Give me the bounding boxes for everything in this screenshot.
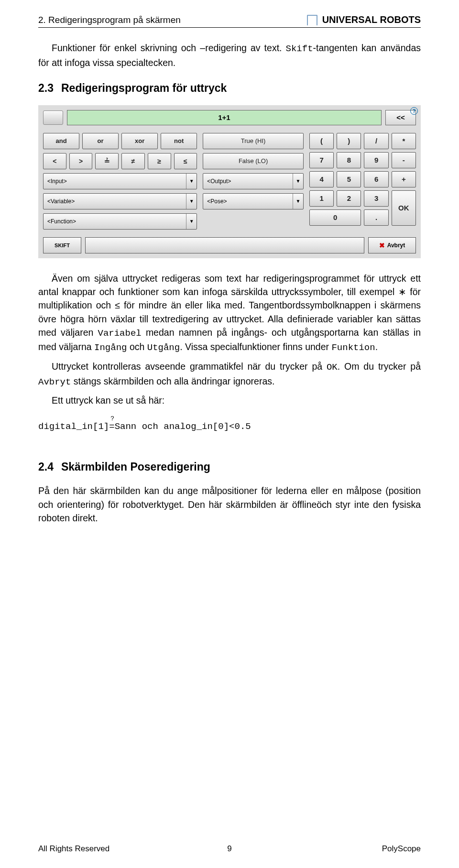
close-icon: ✖	[379, 242, 385, 249]
lte-button[interactable]: ≤	[174, 153, 197, 169]
lt-button[interactable]: <	[43, 153, 66, 169]
function-selector-label: <Function>	[44, 218, 186, 225]
eight-button[interactable]: 8	[337, 152, 361, 168]
shift-button[interactable]: SKIFT	[43, 237, 81, 253]
chevron-down-icon: ▼	[186, 214, 197, 229]
false-button[interactable]: False (LO)	[203, 153, 304, 169]
divide-button[interactable]: /	[364, 133, 388, 149]
kw-avbryt: Avbryt	[38, 377, 71, 387]
nine-button[interactable]: 9	[364, 152, 388, 168]
zero-button[interactable]: 0	[309, 209, 361, 226]
running-title: 2. Redigeringsprogram på skärmen	[38, 15, 181, 25]
t3: och	[127, 341, 147, 352]
seven-button[interactable]: 7	[309, 152, 334, 168]
kw-ok: OK	[327, 362, 338, 373]
six-button[interactable]: 6	[364, 171, 388, 187]
five-button[interactable]: 5	[337, 171, 361, 187]
or-button[interactable]: or	[82, 133, 119, 149]
output-selector-label: <Output>	[203, 178, 293, 185]
ur-logo-icon	[307, 15, 317, 25]
four-button[interactable]: 4	[309, 171, 334, 187]
section-2-4-heading: 2.4Skärmbilden Poseredigering	[38, 461, 421, 473]
multiply-button[interactable]: *	[392, 133, 416, 149]
footer-page-number: 9	[38, 844, 421, 854]
section-num: 2.3	[38, 82, 54, 94]
section-num-24: 2.4	[38, 461, 54, 473]
help-icon[interactable]: ?	[410, 107, 418, 115]
section-2-3-heading: 2.3Redigeringsprogram för uttryck	[38, 82, 421, 95]
expr-a: digital_in[1]	[38, 421, 109, 432]
ok-button[interactable]: OK	[392, 190, 416, 226]
variable-selector[interactable]: <Variable> ▼	[43, 193, 197, 209]
pose-selector-label: <Pose>	[203, 198, 293, 205]
skift-keyword: Skift	[286, 44, 313, 54]
kw-ingang: Ingång	[94, 342, 127, 353]
t4: . Vissa specialfunktioner finns under	[180, 341, 331, 352]
three-button[interactable]: 3	[364, 190, 388, 207]
intro-text-1: Funktioner för enkel skrivning och –redi…	[52, 43, 286, 53]
minus-button[interactable]: -	[392, 152, 416, 168]
page-footer: All Rights Reserved 9 PolyScope	[38, 844, 421, 854]
chevron-down-icon: ▼	[293, 194, 303, 209]
one-button[interactable]: 1	[309, 190, 334, 207]
input-selector-label: <Input>	[44, 178, 186, 185]
dot-button[interactable]: .	[364, 209, 388, 226]
not-button[interactable]: not	[161, 133, 197, 149]
brand-text: UNIVERSAL ROBOTS	[322, 14, 421, 25]
pose-selector[interactable]: <Pose> ▼	[203, 193, 304, 209]
section-2-3-p1: Även om själva uttrycket redigeras som t…	[38, 272, 421, 355]
qeq-button[interactable]: ≟	[95, 153, 119, 169]
expression-input[interactable]: 1+1	[67, 110, 382, 125]
function-selector[interactable]: <Function> ▼	[43, 213, 197, 230]
variable-selector-label: <Variable>	[44, 198, 186, 205]
expression-example: digital_in[1]?=Sann och analog_in[0]<0.5	[38, 421, 421, 432]
section-2-3-p2: Uttrycket kontrolleras avseende grammati…	[38, 360, 421, 389]
expr-b: Sann och analog_in[0]<0.5	[115, 421, 251, 432]
cancel-button[interactable]: ✖ Avbryt	[368, 237, 416, 253]
kw-variabel: Variabel	[98, 328, 142, 339]
expr-value: 1+1	[218, 113, 230, 121]
section-2-3-p3: Ett uttryck kan se ut så här:	[38, 394, 421, 407]
gte-button[interactable]: ≥	[148, 153, 171, 169]
cancel-label: Avbryt	[387, 242, 405, 249]
t6: Uttrycket kontrolleras avseende grammati…	[52, 361, 327, 372]
chevron-down-icon: ▼	[186, 194, 197, 209]
true-button[interactable]: True (HI)	[203, 133, 304, 149]
kw-funktion: Funktion	[331, 342, 375, 353]
expression-editor-figure: ? 1+1 << and or xor not < > ≟ ≠ ≥ ≤ <Inp…	[38, 105, 421, 258]
t5: .	[375, 341, 378, 352]
section-2-4-body: På den här skärmbilden kan du ange målpo…	[38, 484, 421, 525]
brand-logo: UNIVERSAL ROBOTS	[307, 14, 421, 25]
rparen-button[interactable]: )	[337, 133, 361, 149]
lparen-button[interactable]: (	[309, 133, 334, 149]
xor-button[interactable]: xor	[121, 133, 158, 149]
section-title-24: Skärmbilden Poseredigering	[61, 461, 210, 473]
two-button[interactable]: 2	[337, 190, 361, 207]
output-selector[interactable]: <Output> ▼	[203, 173, 304, 189]
and-button[interactable]: and	[43, 133, 79, 149]
section-title: Redigeringsprogram för uttryck	[61, 82, 227, 94]
intro-paragraph: Funktioner för enkel skrivning och –redi…	[38, 41, 421, 69]
plus-button[interactable]: +	[392, 171, 416, 187]
chevron-down-icon: ▼	[293, 174, 303, 189]
t8: stängs skärmbilden och alla ändringar ig…	[71, 376, 274, 386]
input-selector[interactable]: <Input> ▼	[43, 173, 197, 189]
gt-button[interactable]: >	[69, 153, 93, 169]
qeq-symbol: ?=	[109, 421, 114, 432]
chevron-down-icon: ▼	[186, 174, 197, 189]
spacebar-button[interactable]	[85, 237, 364, 253]
kw-utgang: Utgång	[147, 342, 180, 353]
neq-button[interactable]: ≠	[121, 153, 145, 169]
keyboard-toggle-icon[interactable]	[43, 110, 63, 125]
t7: . Om du trycker på	[338, 361, 421, 372]
page-header: 2. Redigeringsprogram på skärmen UNIVERS…	[38, 14, 421, 28]
